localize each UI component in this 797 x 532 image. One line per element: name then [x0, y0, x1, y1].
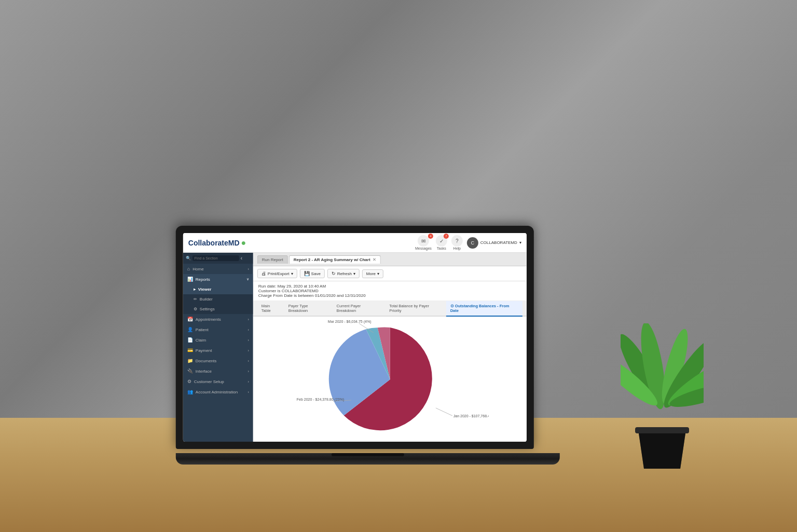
logo-text: CollaborateMD [188, 239, 240, 247]
user-name-label: COLLABORATEMD [480, 240, 517, 245]
appointments-icon: 📅 [187, 317, 193, 322]
sidebar-item-home[interactable]: ⌂ Home › [183, 264, 253, 274]
tabs-bar: Run Report Report 2 - AR Aging Summary w… [253, 253, 527, 266]
tab-outstanding[interactable]: ⊙ Outstanding Balances - From Date [446, 301, 523, 317]
tab-payer-type[interactable]: Payer Type Breakdown [284, 301, 333, 317]
sidebar-search-input[interactable] [193, 255, 239, 261]
home-icon: ⌂ [187, 266, 190, 271]
refresh-button[interactable]: ↻ Refresh ▾ [327, 269, 360, 278]
more-dropdown-icon: ▾ [377, 271, 379, 276]
chevron-down-icon: ▾ [519, 240, 521, 245]
sidebar-item-patient[interactable]: 👤 Patient › [183, 324, 253, 335]
tab-outstanding-label: Outstanding Balances - From Date [450, 304, 510, 313]
header-right: ✉ 4 Messages ✓ 7 Tasks ? [415, 235, 521, 250]
save-icon: 💾 [304, 271, 310, 276]
svg-line-10 [435, 408, 452, 416]
pie-chart-svg: Mar 2020 - $6,034.75 (4%) Feb 2020 - $24… [291, 317, 488, 442]
feb-label: Feb 2020 - $24,378.80 (23%) [296, 398, 343, 402]
more-label: More [366, 271, 376, 276]
user-avatar: C [467, 237, 478, 249]
chevron-down-icon: ∨ [246, 277, 249, 281]
sidebar-item-payment[interactable]: 💳 Payment › [183, 345, 253, 356]
chevron-right-icon: › [248, 267, 249, 271]
sidebar: 🔍 ‹ ⌂ Home › 📊 Reports ∨ [183, 253, 253, 442]
help-button[interactable]: ? Help [451, 235, 463, 250]
tab-total-balance-label: Total Balance by Payer Priority [389, 304, 429, 313]
chevron-right-icon-3: › [248, 328, 249, 332]
sidebar-item-documents-label: Documents [196, 359, 216, 363]
tab-close-icon[interactable]: ✕ [373, 257, 376, 262]
tab-total-balance[interactable]: Total Balance by Payer Priority [385, 301, 446, 317]
sidebar-item-claim[interactable]: 📄 Claim › [183, 335, 253, 345]
tab-main-table-label: Main Table [262, 304, 271, 313]
messages-badge: 4 [428, 234, 433, 239]
sidebar-item-customer-setup-label: Customer Setup [194, 379, 224, 384]
reports-icon: 📊 [187, 277, 193, 282]
user-menu-button[interactable]: C COLLABORATEMD ▾ [467, 237, 521, 249]
sidebar-item-builder[interactable]: ✏ Builder [183, 294, 253, 304]
logo: CollaborateMD ● [188, 238, 246, 248]
sidebar-item-interface-label: Interface [196, 369, 212, 374]
sidebar-item-appointments[interactable]: 📅 Appointments › [183, 314, 253, 324]
more-button[interactable]: More ▾ [362, 269, 383, 278]
help-icon: ? [451, 235, 463, 247]
print-icon: 🖨 [262, 271, 266, 276]
tab-report2[interactable]: Report 2 - AR Aging Summary w/ Chart ✕ [289, 255, 381, 264]
sidebar-item-reports[interactable]: 📊 Reports ∨ [183, 274, 253, 284]
main-content: Run Report Report 2 - AR Aging Summary w… [253, 253, 527, 442]
messages-button[interactable]: ✉ 4 Messages [415, 235, 432, 250]
sidebar-item-settings[interactable]: ⚙ Settings [183, 304, 253, 314]
outstanding-icon: ⊙ [450, 304, 454, 308]
chevron-right-icon-2: › [248, 318, 249, 321]
account-admin-icon: 👥 [187, 389, 193, 394]
sidebar-item-documents[interactable]: 📁 Documents › [183, 356, 253, 366]
report-tabs: Main Table Payer Type Breakdown Current … [253, 301, 527, 317]
refresh-icon: ↻ [332, 271, 336, 276]
mar-label: Mar 2020 - $6,034.75 (4%) [327, 320, 371, 324]
sidebar-item-home-label: Home [193, 267, 203, 271]
sidebar-search-area: 🔍 ‹ [183, 253, 253, 264]
tasks-button[interactable]: ✓ 7 Tasks [436, 235, 447, 250]
decorative-plant [621, 323, 704, 471]
reports-submenu: ▸ Viewer ✏ Builder ⚙ Settings [183, 284, 253, 314]
tasks-icon: ✓ 7 [436, 235, 447, 247]
app-body: 🔍 ‹ ⌂ Home › 📊 Reports ∨ [183, 253, 527, 442]
laptop: CollaborateMD ● ✉ 4 Messages ✓ 7 [176, 226, 560, 465]
interface-icon: 🔌 [187, 369, 193, 374]
sidebar-item-reports-label: Reports [196, 277, 210, 282]
sidebar-item-claim-label: Claim [196, 338, 206, 343]
viewer-icon: ▸ [194, 287, 196, 292]
charge-date-info: Charge From Date is between 01/01/2020 a… [258, 293, 521, 298]
sidebar-item-settings-label: Settings [200, 307, 215, 311]
tab-payer-type-label: Payer Type Breakdown [288, 304, 308, 313]
tab-main-table[interactable]: Main Table [257, 301, 284, 317]
collapse-sidebar-button[interactable]: ‹ [241, 255, 242, 261]
tab-run-report[interactable]: Run Report [257, 255, 288, 264]
documents-icon: 📁 [187, 358, 193, 363]
save-label: Save [311, 271, 321, 276]
sidebar-item-viewer[interactable]: ▸ Viewer [183, 284, 253, 294]
save-button[interactable]: 💾 Save [300, 269, 325, 278]
search-icon: 🔍 [186, 256, 191, 261]
sidebar-item-payment-label: Payment [196, 348, 212, 353]
sidebar-item-viewer-label: Viewer [198, 287, 212, 292]
sidebar-item-account-admin-label: Account Administration [196, 390, 238, 394]
laptop-screen: CollaborateMD ● ✉ 4 Messages ✓ 7 [183, 233, 527, 442]
chevron-right-icon-4: › [248, 338, 249, 342]
chevron-right-icon-9: › [248, 390, 249, 394]
report-info: Run date: May 29, 2020 at 10:40 AM Custo… [253, 281, 527, 301]
chevron-right-icon-6: › [248, 359, 249, 363]
claim-icon: 📄 [187, 337, 193, 343]
sidebar-item-interface[interactable]: 🔌 Interface › [183, 366, 253, 376]
sidebar-item-account-admin[interactable]: 👥 Account Administration › [183, 387, 253, 397]
tab-current-payer[interactable]: Current Payer Breakdown [333, 301, 386, 317]
refresh-label: Refresh [337, 271, 352, 276]
jan-label: Jan 2020 - $107,768.43 (71%) [453, 414, 488, 418]
laptop-lid: CollaborateMD ● ✉ 4 Messages ✓ 7 [176, 226, 534, 449]
print-export-button[interactable]: 🖨 Print/Export ▾ [257, 269, 297, 278]
settings-icon: ⚙ [194, 307, 197, 311]
app-header: CollaborateMD ● ✉ 4 Messages ✓ 7 [183, 233, 527, 253]
dropdown-arrow-icon: ▾ [291, 271, 293, 276]
sidebar-item-customer-setup[interactable]: ⚙ Customer Setup › [183, 376, 253, 387]
tab-run-report-label: Run Report [262, 257, 283, 262]
